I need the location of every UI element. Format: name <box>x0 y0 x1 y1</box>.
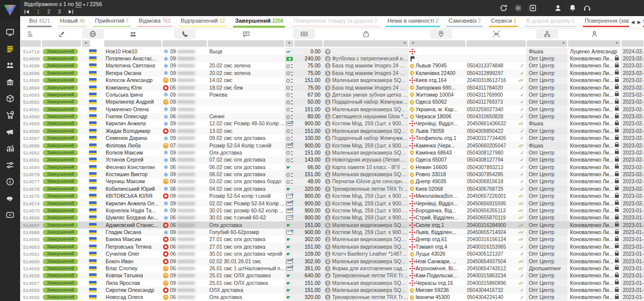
support-headset-icon[interactable] <box>583 4 592 13</box>
tab-Повернення товару (в дорозі)[interactable]: Повернення товару (в дорозі)0 <box>288 16 382 28</box>
table-row[interactable]: 514570ЗавершенийКорнелюк Надія Та...✻093… <box>20 207 644 214</box>
user-profile-icon[interactable] <box>553 4 562 13</box>
table-row[interactable]: 514580ЗавершенийФесенко Константин✻0606.… <box>20 164 644 171</box>
page-number-button[interactable]: 1 <box>36 9 40 15</box>
tab-Сервіси[interactable]: Сервіси1 <box>486 16 522 28</box>
column-header-manager[interactable] <box>568 29 621 39</box>
table-row[interactable]: 514582ЗавершенийВолков Максим✻09Олх дост… <box>20 149 644 156</box>
dashboard-icon[interactable] <box>5 27 16 37</box>
column-header-status[interactable] <box>41 29 82 39</box>
purchases-cart-icon[interactable] <box>5 110 16 120</box>
tab-В дорозі додому[interactable]: В дорозі додому0 <box>521 16 580 28</box>
orders-list-icon[interactable] <box>5 44 16 54</box>
filter-input-date[interactable] <box>621 40 643 47</box>
filter-dropdown-manager[interactable]: ▼ <box>568 40 620 47</box>
filter-input-location[interactable] <box>416 40 465 47</box>
tab-Відмова[interactable]: Відмова763 <box>134 16 176 28</box>
tab-Прийнятий[interactable]: Прийнятий7 <box>90 16 134 28</box>
partners-handshake-icon[interactable] <box>5 193 16 203</box>
tab-Новый[interactable]: Новый46 <box>55 16 90 28</box>
table-row[interactable]: 514598ЗавершенийМалютина Светлана✻0920.0… <box>20 62 644 69</box>
tab-Всі[interactable]: Всі4521 <box>24 16 55 28</box>
filter-input-comment[interactable] <box>208 40 284 47</box>
table-row[interactable]: 514566ЗавершенийГладик Оксана✻09Голубий … <box>20 229 644 236</box>
column-header-date[interactable] <box>621 29 644 39</box>
table-row[interactable]: 514596ЗавершенийВегера Оксана✻0920.02 см… <box>20 69 644 77</box>
table-row[interactable]: 514590ЗавершенийГнатюк Олексндр✻06Синие8… <box>20 113 644 120</box>
filter-dropdown-funnel[interactable]: ▼ <box>527 40 567 47</box>
last-page-button[interactable] <box>68 9 73 15</box>
filter-dropdown-money[interactable]: ▼ <box>285 40 293 47</box>
marketplace-icon[interactable] <box>5 77 16 87</box>
gear-icon[interactable] <box>514 4 523 13</box>
filter-input-ttn[interactable] <box>466 40 526 47</box>
table-row[interactable]: 514716ЗавершенийНов10 Нов10✻09Выцв➦0.000… <box>20 48 644 55</box>
table-row[interactable]: 514577ЗавершенийЧерниш Максим0903.02 смс… <box>20 178 644 185</box>
campaigns-megaphone-icon[interactable] <box>5 127 16 137</box>
table-row[interactable]: 514574ЗавершенийКирилич Анжела Ол...✻090… <box>20 200 644 207</box>
table-row[interactable]: 514589ЗавершенийКирилич Анжела✻0912.02 с… <box>20 120 644 127</box>
tab-Завершений[interactable]: Завершений2256 <box>230 16 288 28</box>
table-row[interactable]: 514557ЗавершенийЛила Ярослав0925.01 смс … <box>20 279 644 286</box>
page-size-dropdown[interactable]: 50 <box>75 1 82 8</box>
tab-Відправлений[interactable]: Відправлений12 <box>176 16 230 28</box>
table-row[interactable]: 514599ЗавершенийПотапенко Анастас...✻092… <box>20 55 644 62</box>
video-tutorials-icon[interactable] <box>5 210 16 220</box>
chevron-down-icon[interactable]: ▾ <box>83 3 85 7</box>
column-header-id[interactable]: ID <box>20 29 41 39</box>
settings-sliders-icon[interactable] <box>5 160 16 170</box>
filter-input-status[interactable] <box>42 40 81 47</box>
table-row[interactable]: 514576ЗавершенийКобилинський Юрий✻0604.0… <box>20 185 644 192</box>
table-row[interactable]: 514586ЗавершенийФіліпова Люба07Розмір 52… <box>20 142 644 149</box>
tab-Нема в наявності[interactable]: Нема в наявності2 <box>382 16 443 28</box>
app-logo[interactable] <box>0 0 20 20</box>
column-header-money[interactable] <box>285 29 323 39</box>
page-number-button[interactable]: 3 <box>57 9 61 15</box>
column-header-product[interactable] <box>323 29 409 39</box>
clients-icon[interactable] <box>5 60 16 70</box>
column-header-location[interactable] <box>416 29 466 39</box>
table-row[interactable]: 514568ЗавершенийШумляс Богдана Ан...✻063… <box>20 214 644 221</box>
table-row[interactable]: 514593ЗавершенийСольська Ірина✻09Рожева6… <box>20 91 644 98</box>
filter-input-id[interactable] <box>21 40 41 47</box>
table-row[interactable]: 514591ЗавершенийЧумаченко Олена✻09151.00… <box>20 106 644 113</box>
notifications-bell-icon[interactable] <box>568 4 577 13</box>
column-header-comment[interactable] <box>207 29 285 39</box>
filter-input-money[interactable] <box>294 40 323 47</box>
table-row[interactable]: 514559ЗавершенийВлас Слотюу0626.01 смс 1… <box>20 265 644 272</box>
table-row[interactable]: 514561ЗавершенийСучилов Олег0630.01 смс … <box>20 251 644 258</box>
column-header-ttn[interactable] <box>466 29 526 39</box>
column-header-phone[interactable] <box>162 29 207 39</box>
tabs-scroll-left-icon[interactable]: ◀ <box>631 20 634 25</box>
add-new-icon[interactable] <box>528 4 537 13</box>
filter-dropdown-product[interactable]: ▼ <box>324 40 408 47</box>
table-row[interactable]: 514575ЗавершенийКВІТОВСЬКА ЮЛІЯ09Розмір … <box>20 193 644 200</box>
column-header-funnel[interactable] <box>526 29 568 39</box>
info-icon[interactable] <box>5 177 16 187</box>
column-header-ship[interactable] <box>409 29 416 39</box>
table-row[interactable]: 514565ЗавершенийБаюка Максим0627.01 смс … <box>20 236 644 243</box>
table-row[interactable]: 514563ЗавершенийПетровська Тетяна0627.01… <box>20 243 644 250</box>
filter-input-phone[interactable] <box>163 40 207 47</box>
filter-dropdown-country[interactable]: ▼ <box>82 40 90 47</box>
table-row[interactable]: 514567ЗавершенийАдамовский Станис...06Ол… <box>20 221 644 229</box>
table-row[interactable]: 514560ЗавершенийБокоч Иван0902.02 30.01 … <box>20 258 644 265</box>
table-row[interactable]: 514588ЗавершенийЖидак Володимир0613.02 с… <box>20 127 644 134</box>
table-row[interactable]: 514581ЗавершенийУстинов Сергей✻0607.02 с… <box>20 157 644 164</box>
table-row[interactable]: 514556ЗавершенийСиротюк Олександр09ОЛХ д… <box>20 286 644 293</box>
table-row[interactable]: 514592ЗавершенийМерклингер Андрей0950.00… <box>20 99 644 106</box>
tab-Самовивіз[interactable]: Самовивіз2 <box>443 16 486 28</box>
statistics-chart-icon[interactable] <box>5 143 16 154</box>
tabs-scroll-right-icon[interactable]: ▶ <box>637 20 641 25</box>
filter-input-name[interactable] <box>104 40 162 47</box>
column-header-country[interactable] <box>82 29 104 39</box>
table-row[interactable]: 514587ЗавершенийСеменюк Дарина✻0909.02 с… <box>20 135 644 142</box>
table-row[interactable]: 514555ЗавершенийНовосад Олеся06Олх доста… <box>20 294 644 301</box>
products-icon[interactable] <box>5 94 16 104</box>
column-header-name[interactable] <box>104 29 162 39</box>
refresh-icon[interactable] <box>499 4 508 13</box>
table-row[interactable]: 514595ЗавершенийКолосок Александр0914.02… <box>20 77 644 84</box>
first-page-button[interactable] <box>24 9 30 15</box>
table-row[interactable]: 514558ЗавершенийКовпак Татьяна0925.01 см… <box>20 272 644 279</box>
table-row[interactable]: 514579ЗавершенийКостишин Виктор✻0906.02 … <box>20 171 644 178</box>
